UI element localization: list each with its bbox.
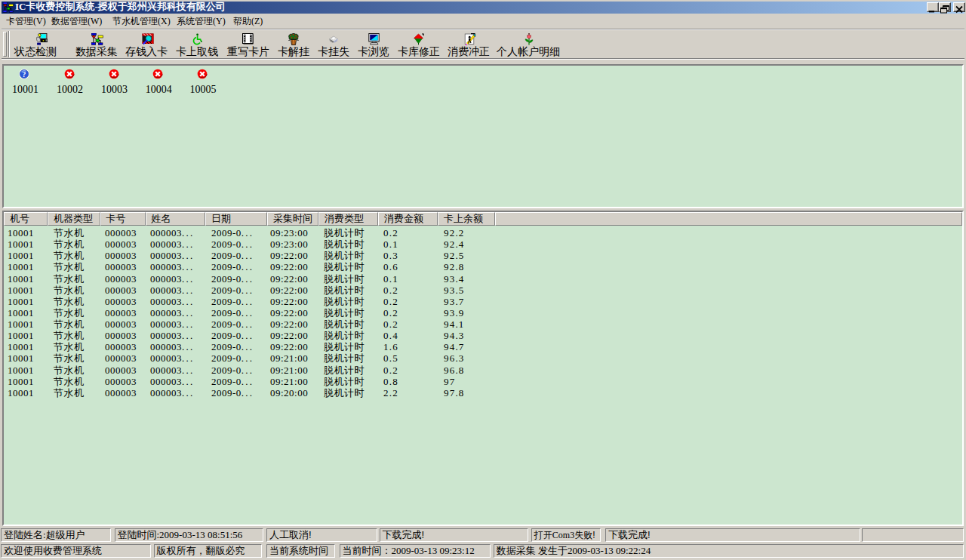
svg-text:?: ? xyxy=(23,70,26,78)
